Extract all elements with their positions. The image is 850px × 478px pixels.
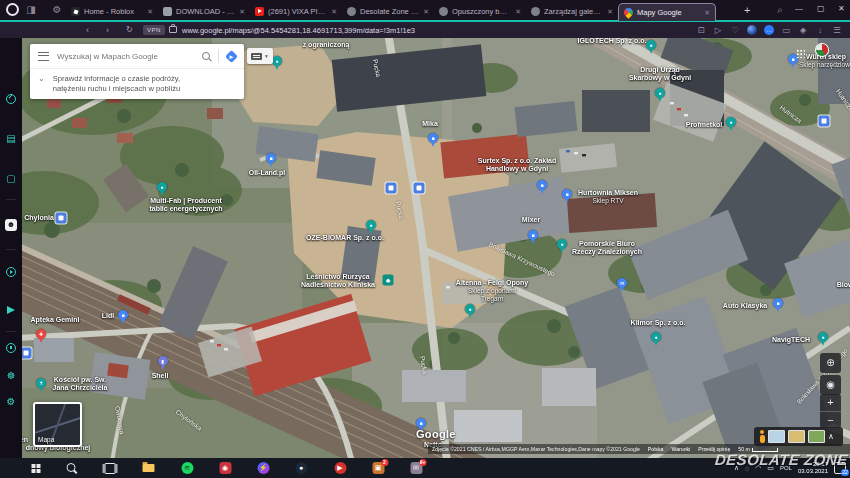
- gx-store-icon[interactable]: ▤: [0, 133, 22, 145]
- vpn-badge[interactable]: VPN: [143, 25, 165, 35]
- search-input[interactable]: [57, 52, 194, 61]
- imagery-thumbnail-2[interactable]: [788, 430, 805, 443]
- chevron-down-icon[interactable]: ⌄: [38, 74, 45, 83]
- dropdown-arrow-icon: ▼: [264, 53, 269, 59]
- tab-close-icon[interactable]: ✕: [239, 8, 245, 16]
- start-button[interactable]: [27, 462, 40, 475]
- tab-zarzadzaj-galeria[interactable]: Zarządzaj galerią - Zal ✕: [526, 3, 618, 20]
- keyboard-input-button[interactable]: ▼: [247, 48, 273, 64]
- pegman-icon[interactable]: [758, 430, 765, 443]
- chat-icon[interactable]: …: [764, 25, 774, 35]
- file-explorer-icon[interactable]: [142, 462, 155, 475]
- tab-close-icon[interactable]: ✕: [607, 8, 613, 16]
- notification-badge: 22: [841, 469, 849, 476]
- country-label[interactable]: Polska: [648, 446, 664, 452]
- tab-close-icon[interactable]: ✕: [147, 8, 153, 16]
- minimap-toggle[interactable]: Mapa: [33, 402, 82, 447]
- gx-sidebar: ▤ ▢ ☻ ☸ ⚙ …: [0, 38, 22, 458]
- tune-panels-icon[interactable]: ☰: [832, 25, 842, 35]
- address-bar: ‹ › ↻ VPN www.google.pl/maps/@54.5454281…: [0, 22, 850, 38]
- task-view-icon[interactable]: [104, 462, 117, 475]
- site-favicon: [163, 7, 172, 16]
- new-tab-button[interactable]: +: [744, 4, 750, 16]
- telegram-icon[interactable]: [0, 305, 22, 317]
- my-location-button[interactable]: ◉: [820, 375, 841, 395]
- wallet-icon[interactable]: ◈: [798, 25, 808, 35]
- reload-button[interactable]: ↻: [126, 24, 133, 36]
- discord-icon[interactable]: ☻: [0, 218, 22, 231]
- spotify-icon[interactable]: ≋: [181, 462, 194, 475]
- roblox-favicon: [71, 7, 80, 16]
- player-panel-icon[interactable]: ▭: [781, 25, 791, 35]
- minimap-label: Mapa: [38, 436, 54, 443]
- send-to-device-icon[interactable]: ▷: [713, 25, 723, 35]
- desktop: { "browser": { "tabs": [ {"title": "Home…: [0, 0, 850, 478]
- satellite-imagery: [22, 38, 850, 458]
- imagery-thumbnail-3[interactable]: [808, 430, 825, 443]
- history-icon[interactable]: [0, 343, 22, 356]
- zoom-controls: + −: [820, 394, 841, 428]
- youtube-play-icon[interactable]: [0, 267, 22, 280]
- tab-download-player[interactable]: DOWNLOAD - PLAYER ✕: [158, 3, 250, 20]
- tab-title: Desolate Zone - Opu: [360, 7, 419, 16]
- bookmark-heart-icon[interactable]: ♡: [730, 25, 740, 35]
- chat-app-icon[interactable]: ✉9+: [410, 462, 423, 475]
- gx-control-wheel-icon[interactable]: ☸: [0, 370, 22, 382]
- tab-desolate-zone[interactable]: Desolate Zone - Opu ✕: [342, 3, 434, 20]
- minimize-button[interactable]: —: [795, 4, 803, 13]
- taskbar-search-icon[interactable]: [65, 462, 78, 475]
- tab-mapy-google[interactable]: Mapy Google ✕: [618, 3, 716, 21]
- lock-icon[interactable]: [169, 26, 177, 33]
- tab-title: Home - Roblox: [84, 7, 143, 16]
- suggestion-line2: natężeniu ruchu i miejscach w pobliżu: [53, 84, 180, 94]
- teams-app-icon[interactable]: ▣2: [372, 462, 385, 475]
- teams-badge: 2: [381, 459, 388, 466]
- google-logo: Google: [416, 428, 456, 440]
- restore-button[interactable]: ▢: [817, 4, 825, 13]
- opera-ball-icon[interactable]: [747, 25, 757, 35]
- terms-link[interactable]: Warunki: [671, 446, 690, 452]
- tab-strip: Home - Roblox ✕ DOWNLOAD - PLAYER ✕ (269…: [66, 1, 716, 20]
- imagery-attribution: Zdjęcia ©2021 CNES / Airbus,MGGP Aero,Ma…: [432, 446, 640, 452]
- easy-setup-gear-icon[interactable]: ⚙: [51, 4, 63, 16]
- app-badge: 9+: [419, 459, 426, 466]
- zoom-out-button[interactable]: −: [820, 412, 841, 429]
- snapshot-camera-icon[interactable]: ⊡: [696, 25, 706, 35]
- tab-search-icon[interactable]: ⌕: [774, 4, 786, 16]
- tab-close-icon[interactable]: ✕: [423, 8, 429, 16]
- media-player-icon[interactable]: ▶: [334, 462, 347, 475]
- opera-gx-logo[interactable]: [6, 3, 19, 16]
- menu-icon[interactable]: [38, 52, 49, 61]
- forward-button[interactable]: ›: [106, 24, 109, 36]
- date: 03.03.2021: [798, 468, 828, 474]
- workspaces-icon[interactable]: ◨: [25, 4, 37, 16]
- travel-info-suggestion[interactable]: ⌄ Sprawdź informacje o czasie podróży, n…: [30, 68, 244, 99]
- globe-view-button[interactable]: ⊕: [820, 353, 841, 373]
- tab-opuszczony-budynek[interactable]: Opuszczony budynek ✕: [434, 3, 526, 20]
- settings-gear-icon[interactable]: ⚙: [0, 396, 22, 408]
- directions-icon[interactable]: [225, 50, 238, 63]
- downloads-icon[interactable]: ↓: [815, 25, 825, 35]
- site-favicon: [531, 7, 540, 16]
- twitch-icon[interactable]: ▢: [0, 173, 22, 185]
- back-button[interactable]: ‹: [86, 24, 89, 36]
- suggestion-line1: Sprawdź informacje o czasie podróży,: [53, 74, 180, 84]
- tab-close-icon[interactable]: ✕: [704, 9, 710, 17]
- gx-corner-icon[interactable]: [0, 94, 22, 107]
- tab-youtube-vixa[interactable]: (2691) VIXA PIXA - SR ✕: [250, 3, 342, 20]
- tab-close-icon[interactable]: ✕: [515, 8, 521, 16]
- collapse-chevron-icon[interactable]: ∧: [828, 432, 834, 441]
- tab-roblox[interactable]: Home - Roblox ✕: [66, 3, 158, 20]
- steam-icon[interactable]: ●: [295, 462, 308, 475]
- imagery-bar: ∧: [754, 427, 843, 446]
- tab-close-icon[interactable]: ✕: [331, 8, 337, 16]
- maps-search-card: ⌄ Sprawdź informacje o czasie podróży, n…: [30, 44, 244, 99]
- imagery-thumbnail-1[interactable]: [768, 430, 785, 443]
- url-text[interactable]: www.google.pl/maps/@54.5454281,18.469171…: [182, 26, 415, 35]
- recorder-app-icon[interactable]: ◉: [219, 462, 232, 475]
- zoom-in-button[interactable]: +: [820, 394, 841, 412]
- search-icon[interactable]: [202, 52, 210, 60]
- satellite-map[interactable]: [22, 38, 850, 458]
- messenger-icon[interactable]: ⚡: [257, 462, 270, 475]
- close-button[interactable]: ✕: [838, 4, 845, 13]
